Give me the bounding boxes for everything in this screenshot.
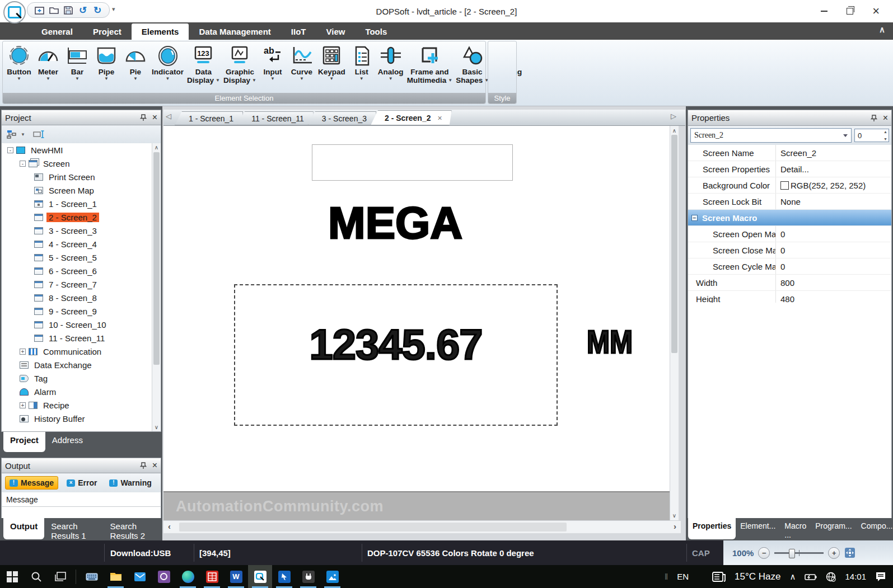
zoom-slider[interactable] [774,552,824,554]
ribbon-item-curve[interactable]: Curve ▼ [287,43,316,93]
dropdown-arrow-icon[interactable]: ▼ [17,76,21,81]
tab-project-panel[interactable]: Project [3,432,45,452]
dropdown-arrow-icon[interactable]: ▼ [104,76,109,81]
start-button[interactable] [0,565,24,588]
ribbon-item-pie[interactable]: Pie ▼ [121,43,150,93]
property-row-screen-open-macro[interactable]: Screen Open Macro 0 [688,226,891,242]
zoom-slider-thumb[interactable] [789,549,795,558]
redo-icon[interactable]: ↻ [92,5,102,15]
warning-filter-button[interactable]: !Warning [105,477,155,489]
pin-icon[interactable] [871,115,877,121]
tree-item-screen-2-selected[interactable]: 2 - Screen_2 [2,210,161,224]
tree-item-screen-3[interactable]: 3 - Screen_3 [2,224,161,237]
ribbon-item-bar[interactable]: Bar ▼ [63,43,92,93]
tree-item-screen-4[interactable]: 4 - Screen_4 [2,237,161,251]
photos-app-icon[interactable] [320,565,344,588]
tab-scroll-right-icon[interactable]: ▷ [671,112,676,120]
ribbon-item-pipe[interactable]: Pipe ▼ [92,43,121,93]
battery-icon[interactable] [805,573,817,580]
dropdown-arrow-icon[interactable]: ▼ [448,78,452,83]
minimize-button[interactable] [821,11,827,12]
spinner-up-icon[interactable]: ▲ [883,130,887,134]
tray-chevron-icon[interactable]: ∧ [789,572,796,582]
tree-item-screen-10[interactable]: 10 - Screen_10 [2,318,161,331]
tab-search-results-2[interactable]: Search Results 2 [104,518,162,539]
dropdown-arrow-icon[interactable]: ▼ [389,76,393,81]
undo-icon[interactable]: ↺ [78,5,88,15]
tree-item-screen-5[interactable]: 5 - Screen_5 [2,251,161,264]
tab-general[interactable]: General [31,23,83,40]
collapse-icon[interactable]: - [7,147,13,153]
save-icon[interactable] [63,5,73,15]
rename-icon[interactable] [33,130,45,139]
tab-macro[interactable]: Macro ... [780,518,811,539]
tree-view-icon[interactable] [6,129,17,139]
error-filter-button[interactable]: ×Error [63,477,101,489]
dropdown-arrow-icon[interactable]: ▼ [216,78,220,83]
dropdown-arrow-icon[interactable]: ▼ [300,76,304,81]
file-explorer-icon[interactable] [104,565,128,588]
dropdown-arrow-icon[interactable]: ▼ [359,76,364,81]
property-row-screen-macro[interactable]: −Screen Macro [688,210,891,226]
project-tree-scrollbar[interactable]: ∧ ∨ [152,143,161,431]
ribbon-item-basic-shapes[interactable]: Basic Shapes▼ [454,43,490,93]
property-row-screen-name[interactable]: Screen Name Screen_2 [688,145,891,161]
scroll-up-icon[interactable]: ∧ [152,144,161,150]
tree-item-screen-11[interactable]: 11 - Screen_11 [2,331,161,345]
news-weather-icon[interactable] [712,572,726,582]
index-spinner[interactable]: 0 ▲▼ [854,129,889,142]
ribbon-item-meter[interactable]: Meter ▼ [34,43,63,93]
dropdown-arrow-icon[interactable]: ▼ [252,78,256,83]
scroll-up-icon[interactable]: ∧ [670,128,679,134]
close-panel-icon[interactable]: × [883,114,888,123]
zoom-in-button[interactable]: + [828,547,840,559]
tree-item-alarm[interactable]: Alarm [2,385,161,398]
tree-item-screen[interactable]: -Screen [2,157,161,170]
tab-scroll-left-icon[interactable]: ◁ [166,112,171,120]
dopsoft-taskbar-icon[interactable] [248,565,272,588]
property-row-screen-cycle-macro[interactable]: Screen Cycle Macro 0 [688,258,891,275]
canvas-text-mega[interactable]: MEGA [328,197,462,249]
ribbon-item-frame-multimedia[interactable]: Frame and Multimedia▼ [405,43,454,93]
ribbon-item-list[interactable]: List ▼ [347,43,376,93]
ribbon-item-indicator[interactable]: Indicator ▼ [150,43,185,93]
close-button[interactable]: × [872,5,880,17]
new-project-icon[interactable] [34,5,44,15]
tab-output[interactable]: Output [3,518,44,539]
notification-center-icon[interactable] [875,572,886,582]
tab-address-panel[interactable]: Address [45,432,90,452]
scroll-down-icon[interactable]: ∨ [670,512,679,519]
weather-status[interactable]: 15°C Haze [735,571,780,582]
tab-screen-11[interactable]: 11 - Screen_11 [237,111,314,125]
canvas-horizontal-scrollbar[interactable]: ‹ › [163,520,681,533]
search-button[interactable] [24,565,48,588]
word-icon[interactable]: W [224,565,248,588]
tab-element[interactable]: Element... [736,518,780,539]
blue-cursor-app-icon[interactable] [272,565,296,588]
tree-item-recipe[interactable]: +Recipe [2,398,161,412]
tree-item-screen-6[interactable]: 6 - Screen_6 [2,264,161,277]
property-row-screen-properties[interactable]: Screen Properties Detail... [688,161,891,177]
canvas-rectangle-element[interactable] [312,144,513,181]
horizontal-scroll-thumb[interactable] [179,523,567,531]
ribbon-item-analog[interactable]: Analog ▼ [376,43,405,93]
tab-search-results-1[interactable]: Search Results 1 [44,518,103,539]
expand-icon[interactable]: + [20,349,26,355]
tree-item-screen-8[interactable]: 8 - Screen_8 [2,291,161,304]
open-project-icon[interactable] [49,5,59,15]
tree-item-screen-9[interactable]: 9 - Screen_9 [2,304,161,318]
message-filter-button[interactable]: !Message [5,476,58,490]
tree-view-dropdown-icon[interactable]: ▼ [21,132,25,137]
tree-item-newhmi[interactable]: -NewHMI [2,143,161,157]
collapse-ribbon-icon[interactable]: ∧ [879,25,885,35]
tree-item-tag[interactable]: Tag [2,371,161,385]
dropdown-arrow-icon[interactable]: ▼ [166,76,170,81]
tab-screen-2-active[interactable]: 2 - Screen_2× [371,110,452,125]
tab-view[interactable]: View [316,23,355,40]
pin-icon[interactable] [140,114,147,121]
restore-button[interactable] [847,8,853,15]
pin-icon[interactable] [140,462,147,469]
tree-item-history-buffer[interactable]: History Buffer [2,412,161,425]
task-view-button[interactable] [48,565,72,588]
dropdown-arrow-icon[interactable]: ▼ [75,76,80,81]
